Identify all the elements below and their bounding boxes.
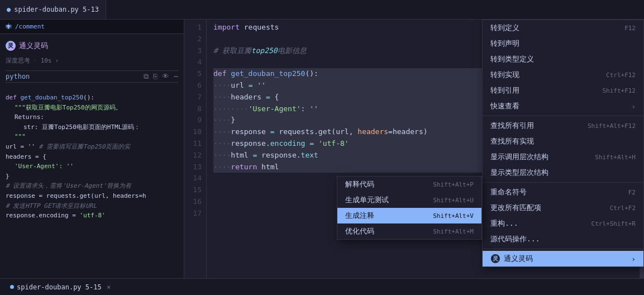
menu-item-call-hierarchy[interactable]: 显示调用层次结构 Shift+Alt+H bbox=[483, 149, 643, 165]
menu-label: 优化代码 bbox=[345, 226, 374, 236]
menu-item-find-impl[interactable]: 查找所有实现 bbox=[483, 134, 643, 149]
sidebar: 🕷 /comment 灵 通义灵码 深度思考 · 10s › python ⧉ … bbox=[0, 20, 184, 278]
tongyi-icon: 灵 bbox=[490, 254, 500, 264]
shortcut: Shift+Alt+P bbox=[433, 181, 474, 188]
copy2-icon[interactable]: ⎘ bbox=[153, 72, 158, 81]
menu-label: 源代码操作... bbox=[490, 234, 540, 244]
menu-label: 重构... bbox=[490, 218, 518, 229]
shortcut: F12 bbox=[624, 25, 636, 32]
shortcut: Shift+Alt+M bbox=[433, 228, 474, 235]
main-area: 🕷 /comment 灵 通义灵码 深度思考 · 10s › python ⧉ … bbox=[0, 20, 644, 278]
ai-thinking: 深度思考 · 10s › bbox=[6, 55, 178, 68]
menu-label: 通义灵码 bbox=[504, 254, 533, 264]
menu-label: 更改所有匹配项 bbox=[490, 203, 541, 213]
menu-item-change-all[interactable]: 更改所有匹配项 Ctrl+F2 bbox=[483, 200, 643, 216]
bottom-tab-spider[interactable]: spider-douban.py 5-15 × bbox=[4, 279, 117, 295]
ai-title: 灵 通义灵码 bbox=[6, 39, 178, 53]
menu-label: 显示类型层次结构 bbox=[490, 168, 548, 178]
menu-item-goto-typedef[interactable]: 转到类型定义 bbox=[483, 51, 643, 67]
menu-item-goto-impl[interactable]: 转到实现 Ctrl+F12 bbox=[483, 67, 643, 83]
tab-icon: ● bbox=[7, 6, 11, 13]
tab-spider-douban[interactable]: ● spider-douban.py 5-13 bbox=[0, 0, 106, 19]
sub-menu-gen-test[interactable]: 生成单元测试 Shift+Alt+U bbox=[337, 192, 481, 208]
menu-label: 快速查看 bbox=[490, 101, 519, 111]
editor-area: 1 2 3 4 5 6 7 8 9 10 11 12 13 14 15 16 1… bbox=[184, 20, 644, 278]
tab-bar: ● spider-douban.py 5-13 bbox=[0, 0, 644, 20]
menu-label: 显示调用层次结构 bbox=[490, 152, 548, 162]
separator-1 bbox=[483, 116, 643, 116]
tab-dot bbox=[10, 285, 14, 289]
tab-close-icon[interactable]: × bbox=[107, 283, 111, 291]
submenu-arrow: › bbox=[631, 102, 636, 111]
shortcut: Shift+Alt+U bbox=[433, 197, 474, 204]
menu-label: 查找所有引用 bbox=[490, 121, 534, 131]
menu-item-refactor[interactable]: 重构... Ctrl+Shift+R bbox=[483, 216, 643, 231]
menu-item-goto-ref[interactable]: 转到引用 Shift+F12 bbox=[483, 83, 643, 98]
menu-label: 重命名符号 bbox=[490, 187, 527, 197]
shortcut: Shift+Alt+V bbox=[433, 212, 474, 220]
menu-item-type-hierarchy[interactable]: 显示类型层次结构 bbox=[483, 165, 643, 180]
lang-bar: python ⧉ ⎘ 👁 ⋯ bbox=[6, 70, 178, 83]
thinking-dot: · bbox=[34, 57, 37, 64]
eye-icon[interactable]: 👁 bbox=[162, 72, 169, 81]
sub-menu-gen-comment[interactable]: 生成注释 Shift+Alt+V bbox=[337, 208, 481, 223]
shortcut: Ctrl+F12 bbox=[606, 72, 636, 79]
menu-item-rename[interactable]: 重命名符号 F2 bbox=[483, 184, 643, 200]
shortcut: Shift+Alt+H bbox=[595, 154, 636, 161]
menu-item-find-refs[interactable]: 查找所有引用 Shift+Alt+F12 bbox=[483, 118, 643, 134]
menu-label: 转到类型定义 bbox=[490, 54, 534, 64]
more-icon[interactable]: ⋯ bbox=[174, 72, 178, 81]
menu-label: 转到定义 bbox=[490, 23, 519, 33]
thinking-time: 10s bbox=[41, 57, 52, 64]
menu-label: 生成注释 bbox=[345, 211, 374, 221]
separator-3 bbox=[483, 249, 643, 249]
lang-label: python bbox=[6, 73, 30, 80]
code-preview: def get_douban_top250(): """获取豆瓣电影Top250… bbox=[0, 89, 184, 278]
expand-button[interactable]: › bbox=[55, 57, 59, 64]
ai-section: 灵 通义灵码 深度思考 · 10s › python ⧉ ⎘ 👁 ⋯ bbox=[0, 34, 184, 89]
sub-menu-optimize[interactable]: 优化代码 Shift+Alt+M bbox=[337, 223, 481, 239]
shortcut: F2 bbox=[628, 189, 636, 196]
spider-icon: 🕷 bbox=[6, 23, 12, 30]
tab-label: spider-douban.py 5-13 bbox=[14, 6, 99, 13]
separator-2 bbox=[483, 182, 643, 183]
sidebar-path: /comment bbox=[15, 23, 45, 30]
menu-item-quick-view[interactable]: 快速查看 › bbox=[483, 98, 643, 114]
menu-label: 转到声明 bbox=[490, 39, 519, 49]
ai-title-label: 通义灵码 bbox=[19, 41, 48, 51]
menu-label: 转到实现 bbox=[490, 70, 519, 80]
menu-item-tongyi[interactable]: 灵 通义灵码 › bbox=[483, 251, 643, 267]
code-actions: ⧉ ⎘ 👁 ⋯ bbox=[144, 72, 178, 81]
menu-item-goto-decl[interactable]: 转到声明 bbox=[483, 36, 643, 51]
menu-label: 生成单元测试 bbox=[345, 195, 389, 205]
sidebar-header: 🕷 /comment bbox=[0, 20, 184, 34]
menu-label: 转到引用 bbox=[490, 85, 519, 96]
tanya-icon: 灵 bbox=[6, 41, 16, 51]
submenu-arrow: › bbox=[631, 255, 636, 263]
menu-item-source-action[interactable]: 源代码操作... bbox=[483, 231, 643, 247]
sub-menu-explain[interactable]: 解释代码 Shift+Alt+P bbox=[337, 177, 481, 192]
context-menu-sub: 解释代码 Shift+Alt+P 生成单元测试 Shift+Alt+U 生成注释… bbox=[337, 176, 482, 240]
line-numbers: 1 2 3 4 5 6 7 8 9 10 11 12 13 14 15 16 1… bbox=[184, 20, 207, 278]
copy-icon[interactable]: ⧉ bbox=[144, 72, 149, 81]
bottom-tab-label: spider-douban.py 5-15 bbox=[17, 283, 102, 291]
shortcut: Shift+F12 bbox=[602, 87, 636, 94]
menu-label: 解释代码 bbox=[345, 179, 374, 189]
shortcut: Ctrl+Shift+R bbox=[591, 220, 636, 227]
shortcut: Shift+Alt+F12 bbox=[588, 122, 636, 130]
thinking-label: 深度思考 bbox=[6, 56, 30, 65]
context-menu-right: 转到定义 F12 转到声明 转到类型定义 转到实现 Ctrl+F12 转到引用 bbox=[482, 20, 644, 267]
menu-item-goto-def[interactable]: 转到定义 F12 bbox=[483, 20, 643, 36]
shortcut: Ctrl+F2 bbox=[610, 204, 636, 212]
menu-label: 查找所有实现 bbox=[490, 136, 534, 146]
bottom-tab-bar: spider-douban.py 5-15 × bbox=[0, 278, 644, 295]
